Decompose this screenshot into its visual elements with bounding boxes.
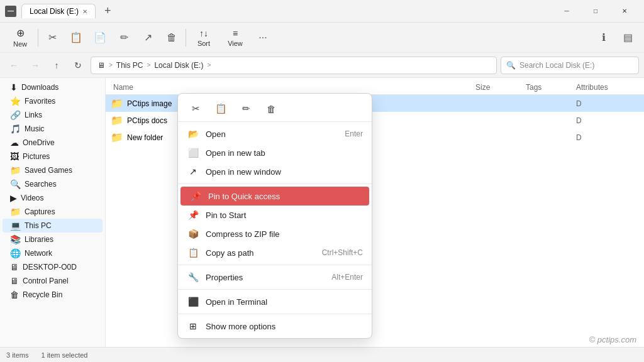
context-menu-items: 📂 Open Enter ⬜ Open in new tab ↗ Open in… (178, 124, 372, 336)
up-button[interactable]: ↑ (48, 57, 65, 74)
search-box[interactable]: 🔍 Search Local Disk (E:) (501, 57, 639, 74)
refresh-button[interactable]: ↻ (69, 57, 87, 74)
ctx-icon-open-new-window: ↗ (187, 167, 199, 177)
sidebar-item-pictures[interactable]: 🖼 Pictures (3, 150, 103, 163)
ctx-item-more-options[interactable]: ⊞ Show more options (178, 317, 372, 336)
sidebar-label-music: Music (25, 124, 44, 133)
ctx-item-open-terminal[interactable]: ⬛ Open in Terminal (178, 292, 372, 311)
sidebar-label-thispc: This PC (25, 221, 52, 230)
ctx-shortcut-copy-path: Ctrl+Shift+C (322, 248, 363, 257)
file-attr: D (576, 116, 639, 125)
sidebar-item-libraries[interactable]: 📚 Libraries (3, 233, 103, 246)
context-toolbar: ✂ 📋 ✏ 🗑 (178, 96, 372, 122)
view-button[interactable]: ≡ View (220, 26, 250, 50)
sidebar-icon-recyclebin: 🗑 (10, 290, 19, 300)
ctx-item-copy-path[interactable]: 📋 Copy as path Ctrl+Shift+C (178, 243, 372, 262)
maximize-button[interactable]: □ (581, 0, 610, 23)
ctx-divider (178, 289, 372, 290)
ctx-divider (178, 184, 372, 184)
ctx-item-open[interactable]: 📂 Open Enter (178, 124, 372, 143)
ctx-label-open-new-tab: Open in new tab (206, 148, 363, 158)
tab-close-button[interactable]: ✕ (82, 8, 87, 15)
header-attributes: Attributes (576, 83, 639, 92)
minimize-button[interactable]: ─ (552, 0, 581, 23)
sidebar-label-pictures: Pictures (23, 152, 50, 161)
watermark: © pctips.com (589, 335, 636, 344)
sidebar-item-recyclebin[interactable]: 🗑 Recycle Bin (3, 288, 103, 302)
sidebar-item-videos[interactable]: ▶ Videos (3, 191, 103, 205)
share-button[interactable]: ↗ (136, 26, 159, 49)
ctx-item-open-new-window[interactable]: ↗ Open in new window (178, 162, 372, 181)
sidebar-icon-pictures: 🖼 (10, 151, 19, 162)
sidebar-item-music[interactable]: 🎵 Music (3, 122, 103, 136)
path-chevron-3: > (207, 62, 211, 69)
sidebar-item-searches[interactable]: 🔍 Searches (3, 177, 103, 191)
view-label: View (228, 40, 243, 47)
sidebar-icon-savedgames: 📁 (10, 165, 21, 175)
ctx-delete-button[interactable]: 🗑 (261, 99, 281, 119)
view-icon: ≡ (233, 28, 238, 38)
copy-button[interactable]: 📋 (65, 26, 87, 49)
ctx-item-compress-zip[interactable]: 📦 Compress to ZIP file (178, 224, 372, 243)
sidebar-item-controlpanel[interactable]: 🖥 Control Panel (3, 274, 103, 288)
sort-button[interactable]: ↑↓ Sort (189, 26, 219, 50)
ctx-item-pin-quick-access[interactable]: 📌 Pin to Quick access (180, 187, 369, 206)
sidebar-icon-captures: 📁 (10, 207, 21, 217)
sidebar: ⬇ Downloads ⭐ Favorites 🔗 Links 🎵 Music … (0, 78, 106, 347)
sidebar-icon-searches: 🔍 (10, 179, 21, 189)
ctx-item-pin-start[interactable]: 📌 Pin to Start (178, 206, 372, 224)
cut-button[interactable]: ✂ (41, 26, 64, 49)
sidebar-label-captures: Captures (25, 207, 55, 216)
ctx-cut-button[interactable]: ✂ (186, 99, 206, 119)
sidebar-icon-downloads: ⬇ (10, 82, 18, 92)
address-bar: ← → ↑ ↻ 🖥 > This PC > Local Disk (E:) > … (0, 53, 644, 78)
ctx-label-compress-zip: Compress to ZIP file (206, 229, 363, 239)
ctx-item-properties[interactable]: 🔧 Properties Alt+Enter (178, 268, 372, 287)
sidebar-label-downloads: Downloads (21, 83, 58, 92)
preview-panel-button[interactable]: ▤ (616, 26, 639, 49)
ctx-label-more-options: Show more options (206, 322, 363, 331)
ctx-icon-properties: 🔧 (187, 272, 199, 282)
sidebar-item-links[interactable]: 🔗 Links (3, 108, 103, 122)
rename-button[interactable]: ✏ (113, 26, 135, 49)
sidebar-item-onedrive[interactable]: ☁ OneDrive (3, 136, 103, 150)
toolbar: ⊕ New ✂ 📋 📄 ✏ ↗ 🗑 ↑↓ Sort ≡ View ··· ℹ ▤ (0, 23, 644, 53)
sidebar-icon-libraries: 📚 (10, 234, 21, 244)
path-local-disk[interactable]: Local Disk (E:) (154, 61, 203, 70)
sidebar-item-downloads[interactable]: ⬇ Downloads (3, 80, 103, 94)
sidebar-item-thispc[interactable]: 💻 This PC (3, 219, 103, 233)
sidebar-item-favorites[interactable]: ⭐ Favorites (3, 94, 103, 108)
title-bar: — Local Disk (E:) ✕ + ─ □ ✕ (0, 0, 644, 23)
new-button[interactable]: ⊕ New (5, 25, 35, 50)
sidebar-item-network[interactable]: 🌐 Network (3, 246, 103, 260)
sidebar-label-favorites: Favorites (25, 97, 55, 106)
sidebar-label-desktop-ood: DESKTOP-O0D (23, 263, 77, 272)
forward-button[interactable]: → (26, 57, 44, 74)
ctx-divider (178, 265, 372, 265)
sidebar-item-desktop-ood[interactable]: 🖥 DESKTOP-O0D (3, 260, 103, 274)
sidebar-item-captures[interactable]: 📁 Captures (3, 205, 103, 219)
more-button[interactable]: ··· (252, 26, 274, 49)
new-tab-button[interactable]: + (101, 4, 115, 18)
sort-label: Sort (197, 40, 210, 47)
sidebar-label-links: Links (25, 111, 42, 119)
ctx-shortcut-open: Enter (345, 129, 363, 138)
sidebar-item-savedgames[interactable]: 📁 Saved Games (3, 163, 103, 177)
paste-button[interactable]: 📄 (89, 26, 111, 49)
file-icon: 📁 (111, 114, 123, 126)
header-name: Name (111, 83, 475, 92)
back-button[interactable]: ← (5, 57, 23, 74)
ctx-item-open-new-tab[interactable]: ⬜ Open in new tab (178, 143, 372, 162)
details-panel-button[interactable]: ℹ (592, 26, 615, 49)
ctx-icon-open-new-tab: ⬜ (187, 148, 199, 158)
active-tab[interactable]: Local Disk (E:) ✕ (21, 4, 96, 18)
ctx-rename-button[interactable]: ✏ (236, 99, 256, 119)
search-placeholder: Search Local Disk (E:) (519, 61, 594, 70)
delete-button[interactable]: 🗑 (160, 26, 183, 49)
close-button[interactable]: ✕ (610, 0, 639, 23)
path-this-pc[interactable]: This PC (116, 61, 143, 70)
address-path[interactable]: 🖥 > This PC > Local Disk (E:) > (91, 57, 497, 74)
ctx-copy-button[interactable]: 📋 (211, 99, 231, 119)
sidebar-icon-music: 🎵 (10, 124, 21, 134)
ctx-label-properties: Properties (206, 273, 325, 282)
